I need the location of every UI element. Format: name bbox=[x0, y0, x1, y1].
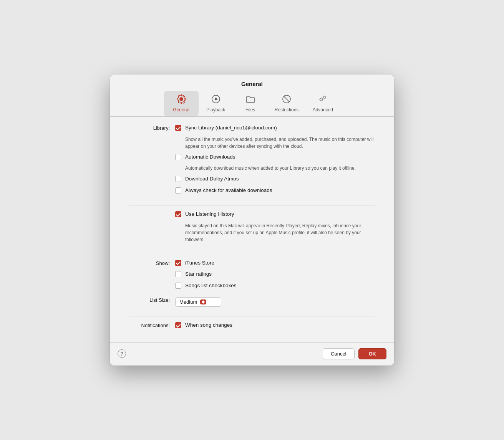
gear-dual-icon bbox=[318, 94, 328, 106]
up-arrow bbox=[202, 300, 205, 302]
notifications-row: Notifications: When song changes bbox=[129, 322, 375, 331]
gear-red-icon bbox=[176, 94, 186, 106]
always-check-row: Always check for available downloads bbox=[175, 187, 375, 194]
svg-marker-10 bbox=[215, 98, 218, 101]
auto-downloads-row: Automatic Downloads bbox=[175, 154, 375, 160]
tab-restrictions[interactable]: Restrictions bbox=[268, 91, 306, 116]
svg-line-18 bbox=[320, 98, 320, 99]
tab-advanced-label: Advanced bbox=[313, 107, 333, 112]
restrict-icon bbox=[282, 94, 292, 106]
auto-downloads-checkbox[interactable] bbox=[175, 154, 181, 160]
list-size-row: List Size: Medium bbox=[129, 296, 375, 307]
listening-history-row: Use Listening History bbox=[175, 211, 375, 218]
star-ratings-checkbox[interactable] bbox=[175, 271, 181, 277]
history-content: Use Listening History Music played on th… bbox=[175, 211, 375, 245]
svg-line-19 bbox=[322, 100, 323, 101]
library-content: Sync Library (daniel_rico1@icloud.com) S… bbox=[175, 124, 375, 196]
listening-history-label: Use Listening History bbox=[185, 211, 234, 218]
songs-list-label: Songs list checkboxes bbox=[185, 282, 237, 289]
sync-library-checkbox[interactable] bbox=[175, 125, 181, 131]
library-section: Library: Sync Library (daniel_rico1@iclo… bbox=[129, 124, 375, 200]
auto-downloads-desc: Automatically download music when added … bbox=[185, 165, 375, 172]
tab-files-label: Files bbox=[245, 107, 255, 112]
library-row: Library: Sync Library (daniel_rico1@iclo… bbox=[129, 124, 375, 196]
list-size-select-wrap: Medium bbox=[175, 297, 375, 307]
list-size-select[interactable]: Medium bbox=[175, 297, 221, 307]
songs-list-checkbox[interactable] bbox=[175, 283, 181, 289]
sync-library-row: Sync Library (daniel_rico1@icloud.com) bbox=[175, 124, 375, 131]
itunes-store-label: iTunes Store bbox=[185, 260, 214, 266]
cancel-button[interactable]: Cancel bbox=[323, 348, 354, 359]
list-size-label: List Size: bbox=[129, 296, 175, 303]
itunes-store-checkbox[interactable] bbox=[175, 260, 181, 266]
svg-line-27 bbox=[323, 96, 324, 97]
svg-line-30 bbox=[323, 98, 324, 98]
list-size-content: Medium bbox=[175, 296, 375, 307]
show-section: Show: iTunes Store Star ratings Songs li… bbox=[129, 260, 375, 311]
sync-library-desc: Show all the music you've added, purchas… bbox=[185, 136, 375, 150]
tab-restrictions-label: Restrictions bbox=[275, 107, 299, 112]
svg-line-29 bbox=[325, 96, 326, 97]
divider-1 bbox=[129, 205, 375, 205]
listening-history-checkbox[interactable] bbox=[175, 211, 181, 217]
listening-history-desc: Music played on this Mac will appear in … bbox=[185, 222, 375, 243]
tab-general-label: General bbox=[173, 107, 189, 112]
notifications-section: Notifications: When song changes bbox=[129, 322, 375, 335]
svg-line-28 bbox=[325, 98, 326, 98]
dolby-checkbox[interactable] bbox=[175, 176, 181, 182]
svg-line-20 bbox=[322, 98, 323, 99]
song-changes-checkbox[interactable] bbox=[175, 322, 181, 328]
history-row-label bbox=[129, 211, 175, 212]
songs-list-row: Songs list checkboxes bbox=[175, 282, 375, 289]
ok-button[interactable]: OK bbox=[358, 348, 387, 359]
divider-2 bbox=[129, 254, 375, 254]
svg-line-21 bbox=[320, 100, 320, 101]
star-ratings-row: Star ratings bbox=[175, 271, 375, 278]
tab-files[interactable]: Files bbox=[233, 91, 268, 116]
library-label: Library: bbox=[129, 124, 175, 131]
history-row: Use Listening History Music played on th… bbox=[129, 211, 375, 245]
tabs-bar: General Playback Files bbox=[110, 87, 394, 116]
song-changes-row: When song changes bbox=[175, 322, 375, 329]
show-content: iTunes Store Star ratings Songs list che… bbox=[175, 260, 375, 291]
dialog-footer: ? Cancel OK bbox=[110, 342, 394, 366]
dolby-label: Download Dolby Atmos bbox=[185, 175, 239, 182]
dialog-title: General bbox=[110, 74, 394, 87]
always-check-label: Always check for available downloads bbox=[185, 187, 272, 194]
always-check-checkbox[interactable] bbox=[175, 187, 181, 194]
content-area: Library: Sync Library (daniel_rico1@iclo… bbox=[110, 117, 394, 342]
auto-downloads-label: Automatic Downloads bbox=[185, 154, 235, 160]
notifications-content: When song changes bbox=[175, 322, 375, 331]
song-changes-label: When song changes bbox=[185, 322, 232, 329]
list-size-value: Medium bbox=[179, 299, 197, 305]
select-arrows-icon bbox=[200, 299, 206, 304]
history-section: Use Listening History Music played on th… bbox=[129, 211, 375, 248]
tab-advanced[interactable]: Advanced bbox=[305, 91, 340, 116]
itunes-store-row: iTunes Store bbox=[175, 260, 375, 266]
divider-3 bbox=[129, 316, 375, 316]
folder-icon bbox=[245, 94, 255, 106]
star-ratings-label: Star ratings bbox=[185, 271, 212, 278]
show-row: Show: iTunes Store Star ratings Songs li… bbox=[129, 260, 375, 291]
tab-general[interactable]: General bbox=[164, 91, 199, 116]
show-label: Show: bbox=[129, 260, 175, 266]
preferences-dialog: General bbox=[110, 74, 394, 366]
dolby-row: Download Dolby Atmos bbox=[175, 175, 375, 182]
tab-playback[interactable]: Playback bbox=[199, 91, 233, 116]
tab-playback-label: Playback bbox=[206, 107, 225, 112]
notifications-label: Notifications: bbox=[129, 322, 175, 328]
sync-library-label: Sync Library (daniel_rico1@icloud.com) bbox=[185, 124, 277, 131]
help-button[interactable]: ? bbox=[118, 349, 126, 358]
footer-buttons: Cancel OK bbox=[323, 348, 386, 359]
svg-line-12 bbox=[284, 96, 289, 102]
down-arrow bbox=[202, 302, 205, 304]
play-icon bbox=[211, 94, 221, 106]
